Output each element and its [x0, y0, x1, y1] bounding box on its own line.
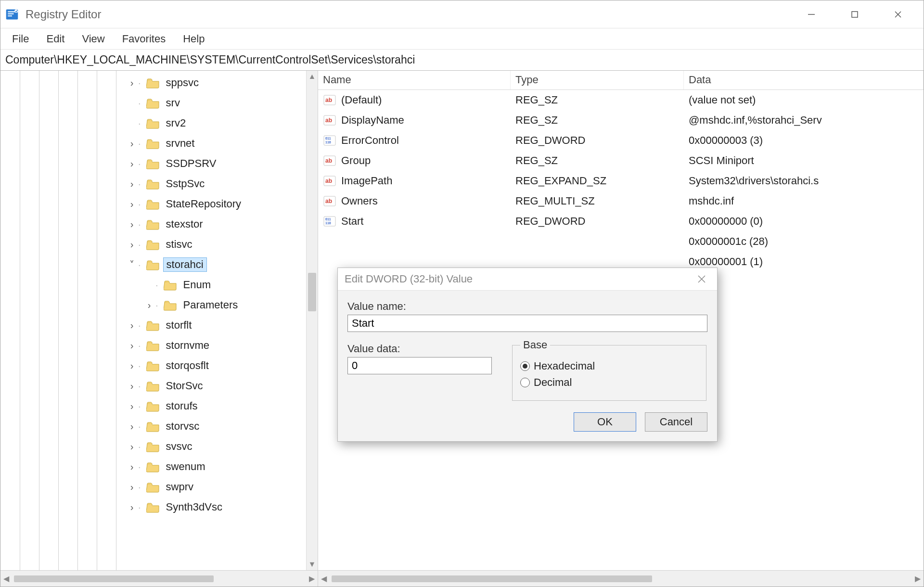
tree-label: stexstor: [163, 217, 206, 231]
value-name-label: Value name:: [347, 300, 707, 313]
value-data: 0x00000000 (0): [684, 215, 924, 228]
tree-node[interactable]: ›·StorSvc: [126, 376, 318, 396]
chevron-right-icon[interactable]: ›: [126, 401, 138, 412]
chevron-right-icon[interactable]: ›: [126, 77, 138, 89]
chevron-right-icon[interactable]: ›: [126, 320, 138, 331]
tree-node[interactable]: ›·sppsvc: [126, 73, 318, 93]
chevron-right-icon[interactable]: ›: [126, 179, 138, 190]
value-data-input[interactable]: [347, 357, 492, 374]
value-row[interactable]: abGroupREG_SZSCSI Miniport: [318, 151, 924, 171]
ok-button[interactable]: OK: [574, 412, 636, 432]
value-row[interactable]: abImagePathREG_EXPAND_SZSystem32\drivers…: [318, 171, 924, 191]
value-row[interactable]: 011110ErrorControlREG_DWORD0x00000003 (3…: [318, 130, 924, 151]
tree-connector: ·: [138, 340, 143, 351]
chevron-right-icon[interactable]: ›: [126, 158, 138, 169]
chevron-right-icon[interactable]: ›: [126, 381, 138, 392]
value-data: 0x0000001c (28): [684, 235, 924, 248]
header-type[interactable]: Type: [511, 71, 684, 89]
header-data[interactable]: Data: [684, 71, 924, 89]
value-row[interactable]: 0x0000001c (28): [318, 231, 924, 252]
minimize-button[interactable]: [790, 0, 833, 28]
folder-icon: [146, 440, 160, 453]
scroll-thumb[interactable]: [14, 575, 214, 582]
tree-node[interactable]: ›·stisvc: [126, 234, 318, 255]
tree-node[interactable]: ›·Parameters: [126, 295, 318, 315]
menu-view[interactable]: View: [73, 31, 113, 47]
scroll-track[interactable]: [307, 82, 318, 559]
tree-node[interactable]: ›·StateRepository: [126, 194, 318, 214]
tree-node[interactable]: ›·Synth3dVsc: [126, 497, 318, 517]
chevron-right-icon[interactable]: ›: [126, 199, 138, 210]
menu-file[interactable]: File: [3, 31, 38, 47]
chevron-right-icon[interactable]: ›: [126, 441, 138, 452]
menu-edit[interactable]: Edit: [38, 31, 73, 47]
chevron-right-icon[interactable]: ›: [126, 482, 138, 493]
radio-decimal[interactable]: Decimal: [520, 376, 698, 389]
chevron-right-icon[interactable]: ›: [126, 461, 138, 472]
tree-label: Enum: [180, 278, 214, 292]
address-bar[interactable]: Computer\HKEY_LOCAL_MACHINE\SYSTEM\Curre…: [0, 50, 924, 71]
chevron-right-icon[interactable]: ›: [126, 219, 138, 230]
tree-connector: ·: [138, 482, 143, 493]
tree-node[interactable]: ›·svsvc: [126, 436, 318, 457]
chevron-right-icon[interactable]: ›: [143, 300, 155, 311]
tree-scroll[interactable]: ›·sppsvc··srv··srv2›·srvnet›·SSDPSRV›·Ss…: [0, 71, 318, 570]
header-name[interactable]: Name: [318, 71, 511, 89]
scroll-track[interactable]: [12, 574, 306, 583]
chevron-right-icon[interactable]: ›: [126, 360, 138, 371]
scroll-left-icon[interactable]: ◀: [0, 571, 12, 587]
tree-node[interactable]: ›·SSDPSRV: [126, 153, 318, 174]
cancel-button[interactable]: Cancel: [645, 412, 707, 432]
tree-label: storqosflt: [163, 359, 212, 372]
radio-hexadecimal[interactable]: Hexadecimal: [520, 360, 698, 372]
menu-favorites[interactable]: Favorites: [114, 31, 174, 47]
tree-node[interactable]: ··Enum: [126, 275, 318, 295]
tree-connector: ·: [138, 138, 143, 149]
value-name-input[interactable]: [347, 315, 707, 332]
value-row[interactable]: abOwnersREG_MULTI_SZmshdc.inf: [318, 191, 924, 211]
tree-node[interactable]: ›·stornvme: [126, 335, 318, 356]
value-data: @mshdc.inf,%storahci_Serv: [684, 114, 924, 127]
tree-node[interactable]: ›·swprv: [126, 477, 318, 497]
chevron-down-icon[interactable]: ˅: [126, 259, 138, 270]
scroll-thumb[interactable]: [308, 273, 316, 311]
dialog-title-bar[interactable]: Edit DWORD (32-bit) Value: [338, 268, 717, 291]
chevron-right-icon[interactable]: ›: [126, 340, 138, 351]
tree-node[interactable]: ›·swenum: [126, 457, 318, 477]
chevron-right-icon[interactable]: ›: [126, 239, 138, 250]
tree-hscroll[interactable]: ◀ ▶: [0, 571, 318, 587]
tree-node[interactable]: ›·SstpSvc: [126, 174, 318, 194]
scroll-right-icon[interactable]: ▶: [306, 571, 318, 587]
radio-icon: [520, 361, 530, 371]
tree-label: srv: [163, 96, 183, 110]
tree-node[interactable]: ··srv2: [126, 113, 318, 133]
tree-label: swenum: [163, 460, 208, 473]
tree-connector: ·: [138, 441, 143, 452]
value-row[interactable]: 011110StartREG_DWORD0x00000000 (0): [318, 211, 924, 231]
close-icon[interactable]: [693, 273, 710, 285]
tree-node[interactable]: ›·stexstor: [126, 214, 318, 234]
scroll-thumb[interactable]: [332, 575, 652, 582]
tree-node[interactable]: ›·storvsc: [126, 416, 318, 436]
tree-node[interactable]: ›·storufs: [126, 396, 318, 416]
scroll-left-icon[interactable]: ◀: [318, 571, 330, 587]
scroll-right-icon[interactable]: ▶: [912, 571, 924, 587]
tree-node[interactable]: ›·storqosflt: [126, 356, 318, 376]
vertical-scrollbar[interactable]: ▲ ▼: [306, 71, 318, 570]
scroll-track[interactable]: [330, 574, 912, 583]
scroll-up-icon[interactable]: ▲: [307, 71, 318, 82]
chevron-right-icon[interactable]: ›: [126, 138, 138, 149]
tree-node[interactable]: ··srv: [126, 93, 318, 113]
chevron-right-icon[interactable]: ›: [126, 421, 138, 432]
tree-node[interactable]: ›·storflt: [126, 315, 318, 335]
menu-help[interactable]: Help: [174, 31, 213, 47]
value-row[interactable]: ab(Default)REG_SZ(value not set): [318, 90, 924, 110]
tree-node[interactable]: ›·srvnet: [126, 133, 318, 153]
maximize-button[interactable]: [833, 0, 876, 28]
value-row[interactable]: abDisplayNameREG_SZ@mshdc.inf,%storahci_…: [318, 110, 924, 130]
values-hscroll[interactable]: ◀ ▶: [318, 571, 924, 587]
chevron-right-icon[interactable]: ›: [126, 502, 138, 513]
close-button[interactable]: [876, 0, 920, 28]
tree-node[interactable]: ˅·storahci: [126, 255, 318, 275]
scroll-down-icon[interactable]: ▼: [307, 559, 318, 570]
